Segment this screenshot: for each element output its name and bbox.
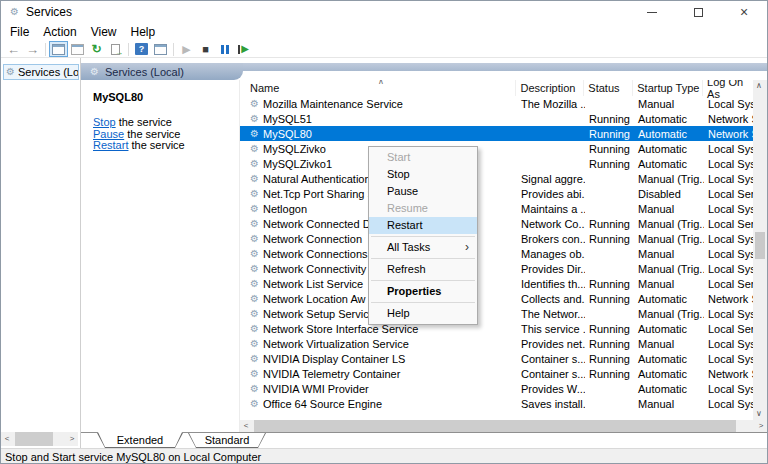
stop-service-icon: ■ <box>202 44 209 55</box>
menu-item-restart[interactable]: Restart <box>369 217 477 234</box>
table-row[interactable]: ⚙ NVIDIA WMI Provider Provides W... Auto… <box>240 381 753 396</box>
scrollbar-thumb[interactable] <box>755 232 765 259</box>
service-gear-icon: ⚙ <box>250 294 259 304</box>
service-gear-icon: ⚙ <box>250 354 259 364</box>
services-window: ⚙ Services × File Action View Help ← → ↻… <box>0 0 768 464</box>
service-name-cell: ⚙ MySQL51 <box>240 113 517 125</box>
window-controls: × <box>629 1 767 23</box>
table-row[interactable]: ⚙ Network Connections Manages ob... Manu… <box>240 246 753 261</box>
column-header-description[interactable]: Description <box>516 80 584 96</box>
status-text: Stop and Start service MySQL80 on Local … <box>5 451 261 463</box>
maximize-button[interactable] <box>675 1 721 23</box>
scroll-down-icon[interactable]: ∨ <box>753 408 765 420</box>
service-name: Mozilla Maintenance Service <box>263 98 403 110</box>
table-row[interactable]: ⚙ Netlogon Maintains a ... Manual Local … <box>240 201 753 216</box>
menu-item-stop[interactable]: Stop <box>369 166 477 183</box>
service-name-cell: ⚙ NVIDIA Display Container LS <box>240 353 517 365</box>
back-button[interactable]: ← <box>4 41 23 57</box>
status-bar: Stop and Start service MySQL80 on Local … <box>1 448 767 464</box>
tab-extended[interactable]: Extended <box>97 433 183 448</box>
list-horizontal-scrollbar[interactable]: < > <box>240 420 767 432</box>
console-tree-pane: ⚙ Services (Local) < > <box>1 58 81 448</box>
refresh-button[interactable]: ↻ <box>87 41 106 57</box>
column-header-log-on-as[interactable]: Log On As <box>703 80 753 96</box>
table-row[interactable]: ⚙ MySQLZivko Running Automatic Local Sys… <box>240 141 753 156</box>
taskpad-header: ⚙ Services (Local) <box>81 58 767 80</box>
menu-item-all-tasks[interactable]: All Tasks› <box>369 239 477 256</box>
table-row[interactable]: ⚙ MySQLZivko1 Running Automatic Local Sy… <box>240 156 753 171</box>
stop-service-link[interactable]: Stop <box>93 116 116 128</box>
scroll-right-icon[interactable]: > <box>755 422 767 430</box>
menu-view[interactable]: View <box>84 24 124 40</box>
action-pane-icon <box>154 44 167 55</box>
service-gear-icon: ⚙ <box>250 174 259 184</box>
tree-item-services-local[interactable]: ⚙ Services (Local) <box>3 64 79 80</box>
menu-help[interactable]: Help <box>124 24 163 40</box>
pause-service-button[interactable] <box>215 41 234 57</box>
menu-item-properties[interactable]: Properties <box>369 283 477 300</box>
forward-button[interactable]: → <box>23 41 42 57</box>
stop-service-button[interactable]: ■ <box>196 41 215 57</box>
service-description: Manages ob... <box>517 248 585 260</box>
service-gear-icon: ⚙ <box>250 114 259 124</box>
help-icon: ? <box>135 43 148 55</box>
toolbar: ← → ↻ ? ▶ ■ ▶ <box>1 41 767 58</box>
menu-action[interactable]: Action <box>36 24 83 40</box>
list-vertical-scrollbar[interactable]: ∧ ∨ <box>753 80 767 420</box>
table-row[interactable]: ⚙ Net.Tcp Port Sharing S Provides abi...… <box>240 186 753 201</box>
scroll-left-icon[interactable]: < <box>240 422 252 430</box>
service-name: MySQL80 <box>263 128 312 140</box>
menu-file[interactable]: File <box>3 24 36 40</box>
scroll-left-icon[interactable]: < <box>1 435 13 443</box>
scroll-up-icon[interactable]: ∧ <box>753 80 765 92</box>
maximize-icon <box>694 8 703 17</box>
table-row[interactable]: ⚙ Network List Service Identifies th... … <box>240 276 753 291</box>
table-row[interactable]: ⚙ Natural Authentication Signal aggre...… <box>240 171 753 186</box>
table-row[interactable]: ⚙ Network Virtualization Service Provide… <box>240 336 753 351</box>
table-row[interactable]: ⚙ Network Connectivity Provides Dir... M… <box>240 261 753 276</box>
service-gear-icon: ⚙ <box>250 399 259 409</box>
help-button[interactable]: ? <box>132 41 151 57</box>
scroll-right-icon[interactable]: > <box>66 435 78 443</box>
table-row[interactable]: ⚙ Office 64 Source Engine Saves install.… <box>240 396 753 411</box>
service-description: The Networ... <box>517 308 585 320</box>
table-row[interactable]: ⚙ MySQL51 Running Automatic Network S <box>240 111 753 126</box>
table-row[interactable]: ⚙ Network Setup Servic The Networ... Man… <box>240 306 753 321</box>
restart-service-button[interactable]: ▶ <box>234 41 253 57</box>
tab-standard[interactable]: Standard <box>188 433 266 448</box>
service-startup-type: Disabled <box>634 188 704 200</box>
service-name-cell: ⚙ NVIDIA Telemetry Container <box>240 368 517 380</box>
column-header-startup-type[interactable]: Startup Type <box>633 80 703 96</box>
stop-link-suffix: the service <box>116 116 172 128</box>
service-name: Network Virtualization Service <box>263 338 409 350</box>
export-list-button[interactable] <box>106 41 125 57</box>
show-hide-action-pane-button[interactable] <box>151 41 170 57</box>
table-row[interactable]: ⚙ MySQL80 Running Automatic Network S <box>240 126 753 141</box>
restart-service-link[interactable]: Restart <box>93 139 128 151</box>
tree-horizontal-scrollbar[interactable]: < > <box>1 432 78 446</box>
service-gear-icon: ⚙ <box>250 324 259 334</box>
scrollbar-thumb[interactable] <box>254 420 736 432</box>
service-gear-icon: ⚙ <box>250 249 259 259</box>
menu-item-pause[interactable]: Pause <box>369 183 477 200</box>
column-header-status[interactable]: Status <box>584 80 633 96</box>
service-startup-type: Manual (Trig... <box>634 173 704 185</box>
properties-toolbar-button[interactable] <box>68 41 87 57</box>
minimize-icon <box>647 12 657 13</box>
pause-service-link[interactable]: Pause <box>93 128 124 140</box>
table-row[interactable]: ⚙ Network Connected D Network Co... Runn… <box>240 216 753 231</box>
scrollbar-thumb[interactable] <box>15 432 53 446</box>
minimize-button[interactable] <box>629 1 675 23</box>
table-row[interactable]: ⚙ Network Location Aw Collects and... Ru… <box>240 291 753 306</box>
show-hide-console-tree-button[interactable] <box>49 41 68 57</box>
service-status: Running <box>585 143 634 155</box>
table-row[interactable]: ⚙ Mozilla Maintenance Service The Mozill… <box>240 96 753 111</box>
table-row[interactable]: ⚙ Network Connection Brokers con... Runn… <box>240 231 753 246</box>
close-button[interactable]: × <box>721 1 767 23</box>
table-row[interactable]: ⚙ NVIDIA Display Container LS Container … <box>240 351 753 366</box>
table-row[interactable]: ⚙ NVIDIA Telemetry Container Container s… <box>240 366 753 381</box>
menu-item-help[interactable]: Help <box>369 305 477 322</box>
menu-item-refresh[interactable]: Refresh <box>369 261 477 278</box>
table-row[interactable]: ⚙ Network Store Interface Service This s… <box>240 321 753 336</box>
service-gear-icon: ⚙ <box>250 129 259 139</box>
